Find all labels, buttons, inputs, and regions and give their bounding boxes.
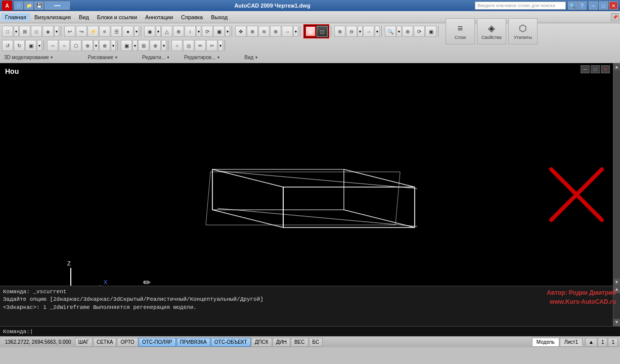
tb-triangle[interactable]: △ [161, 26, 172, 37]
tb2-circ[interactable]: ○ [59, 40, 70, 51]
menu-spravka[interactable]: Справка [177, 13, 207, 21]
tb-shape2-arrow[interactable]: ▼ [54, 26, 59, 37]
search-btn[interactable]: 🔍 [568, 2, 577, 10]
tb-zoom3[interactable]: ⊕ [402, 26, 413, 37]
viewport-minimize[interactable]: ─ [581, 65, 590, 73]
tb-undo[interactable]: ↩ [64, 26, 75, 37]
tb2-arc[interactable]: ○ [171, 40, 183, 51]
viewport-maximize[interactable]: □ [591, 65, 600, 73]
menu-glavnaya[interactable]: Главная [1, 13, 30, 21]
tb2-plus3[interactable]: ⊕ [150, 40, 161, 51]
tb-3d-view[interactable]: ▣ [305, 26, 316, 37]
panel-properties[interactable]: ◈ Свойства [477, 18, 506, 44]
tb-grid[interactable]: ⊞ [19, 26, 30, 37]
tb-new[interactable]: □ [14, 2, 23, 10]
status-ots-object[interactable]: ОТС-ОБЪЕКТ [211, 338, 251, 347]
tb-magnify-arrow[interactable]: ▼ [396, 26, 402, 37]
tb2-scissors-arrow[interactable]: ▼ [218, 40, 223, 51]
scroll-down[interactable]: ▼ [613, 279, 620, 286]
tb2-plus2-arrow[interactable]: ▼ [111, 40, 116, 51]
tb-open[interactable]: 📁 [24, 2, 33, 10]
tb-plus2[interactable]: ⊕ [247, 26, 258, 37]
tb-circ[interactable]: ● [122, 26, 134, 37]
tb-grid2-arrow[interactable]: ▼ [225, 26, 230, 37]
tb2-clip-arrow[interactable]: ▼ [37, 40, 42, 51]
menu-annot[interactable]: Аннотации [141, 13, 177, 21]
tb-magnify[interactable]: 🔍 [385, 26, 396, 37]
menu-bloki[interactable]: Блоки и ссылки [93, 13, 141, 21]
menu-vizual[interactable]: Визуализация [30, 13, 75, 21]
tb-shape2[interactable]: ◈ [42, 26, 54, 37]
model-tab-model[interactable]: Модель [532, 338, 559, 347]
tb2-wave[interactable]: ∼ [47, 40, 58, 51]
tb-box[interactable]: □ [2, 26, 13, 37]
status-polar[interactable]: ОТС-ПОЛЯР [139, 338, 176, 347]
tb-extra[interactable]: ▪▪▪▪ [45, 2, 70, 10]
tb2-grid[interactable]: ⊞ [138, 40, 149, 51]
menu-pin[interactable]: 📌 [611, 13, 619, 21]
status-orto[interactable]: ОРТО [117, 338, 138, 347]
cmd-scroll-down[interactable]: ▼ [613, 319, 620, 326]
tb2-redo2[interactable]: ↻ [14, 40, 25, 51]
help-btn[interactable]: ? [578, 2, 587, 10]
menu-vid[interactable]: Вид [75, 13, 93, 21]
tb2-undo2[interactable]: ↺ [2, 40, 13, 51]
tb-eye[interactable]: ◉ [144, 26, 155, 37]
tb-grid2[interactable]: ▣ [213, 26, 225, 37]
tb2-plus3-arrow[interactable]: ▼ [161, 40, 166, 51]
minimize-btn[interactable]: ─ [589, 2, 598, 10]
tb2-hex-arrow[interactable]: ▼ [94, 40, 99, 51]
tb2-hex[interactable]: ⬡ [70, 40, 81, 51]
tb2-sq1-arrow[interactable]: ▼ [132, 40, 138, 51]
status-ves[interactable]: ВЕС [291, 338, 308, 347]
tb2-sq1[interactable]: ▣ [121, 40, 132, 51]
label-edit1[interactable]: Редакти... ▼ [140, 55, 172, 60]
tb2-pen[interactable]: ✏ [195, 40, 206, 51]
tb-plus1[interactable]: ⊕ [173, 26, 184, 37]
tb-zoom1[interactable]: ⊕ [334, 26, 345, 37]
tb-refresh[interactable]: ⟳ [414, 26, 425, 37]
search-box[interactable]: Введите ключевое слово для поиска [475, 2, 566, 10]
tb-3d-view2[interactable]: ◻ [317, 26, 328, 37]
scroll-up[interactable]: ▲ [613, 63, 620, 70]
tb-pan-arrow[interactable]: ▼ [375, 26, 380, 37]
tb-redo[interactable]: ↪ [76, 26, 87, 37]
tb-arrow1[interactable]: → [282, 26, 293, 37]
tb-zoom2[interactable]: ⊖ [346, 26, 357, 37]
panel-utilities[interactable]: ⬡ Утилиты [508, 18, 538, 44]
tb-lines[interactable]: ≋ [258, 26, 270, 37]
maximize-btn[interactable]: □ [599, 2, 608, 10]
model-tab-layout1[interactable]: Лист1 [560, 338, 583, 347]
panel-layers[interactable]: ≡ Слои [446, 18, 475, 44]
tb-eye-arrow[interactable]: ▼ [156, 26, 161, 37]
viewport[interactable]: X Y Z ✏ [0, 63, 620, 286]
tb-shape1[interactable]: ◇ [31, 26, 42, 37]
tb2-plus[interactable]: ⊕ [82, 40, 93, 51]
status-shag[interactable]: ШАГ [75, 338, 93, 347]
status-din[interactable]: ДИН [273, 338, 290, 347]
tb-pan[interactable]: → [363, 26, 374, 37]
tb-sq[interactable]: ▣ [425, 26, 436, 37]
tb-move[interactable]: ✥ [235, 26, 246, 37]
status-dpsk[interactable]: ДПСК [251, 338, 272, 347]
tb-save[interactable]: 💾 [34, 2, 43, 10]
viewport-close[interactable]: ✕ [601, 65, 610, 73]
label-edit2[interactable]: Редактиров... ▼ [182, 55, 222, 60]
tb-arrow1-arrow[interactable]: ▼ [293, 26, 298, 37]
menu-vyhod[interactable]: Выход [207, 13, 232, 21]
status-privyazka[interactable]: ПРИВЯЗКА [176, 338, 210, 347]
tb-updown[interactable]: ↕ [185, 26, 196, 37]
tb2-clip[interactable]: ▣ [25, 40, 36, 51]
tb-box-arrow[interactable]: ▼ [14, 26, 19, 37]
tb-list1[interactable]: ≡ [99, 26, 110, 37]
label-view[interactable]: Вид ▼ [242, 55, 260, 60]
tb-updown-arrow[interactable]: ▼ [196, 26, 201, 37]
status-setka[interactable]: СЕТКА [93, 338, 117, 347]
status-right-btn3[interactable]: 1 [608, 338, 618, 347]
tb-zoom-arrow[interactable]: ▼ [358, 26, 363, 37]
status-right-btn1[interactable]: ▲ [585, 338, 597, 347]
tb-list2[interactable]: ☰ [111, 26, 122, 37]
tb-circ-arrow[interactable]: ▼ [134, 26, 139, 37]
status-right-btn2[interactable]: 1 [598, 338, 608, 347]
tb2-scissors[interactable]: ✂ [206, 40, 217, 51]
